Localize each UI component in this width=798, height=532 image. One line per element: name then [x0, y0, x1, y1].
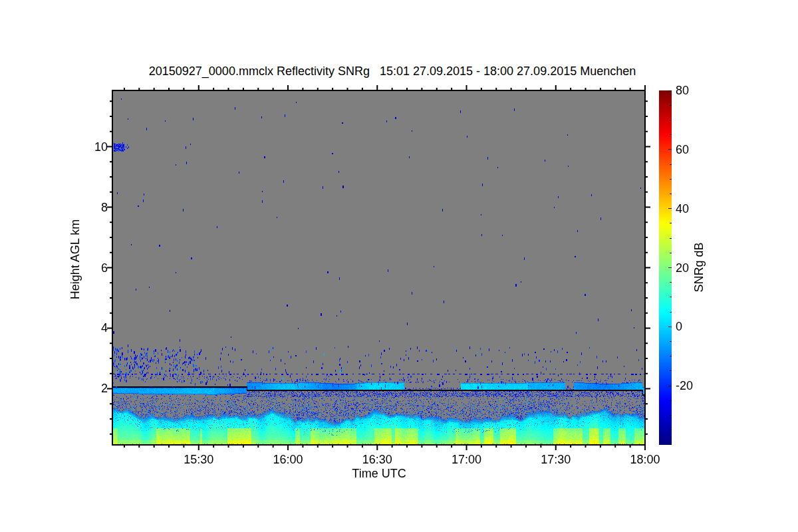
colorbar-tick-label: 20: [676, 262, 689, 274]
y-axis-label: Height AGL km: [69, 219, 81, 299]
y-tick-label: 2: [78, 382, 108, 394]
colorbar-tick-label: 0: [676, 321, 682, 332]
y-tick-label: 8: [78, 201, 108, 213]
colorbar-tick-label: -20: [676, 380, 693, 392]
colorbar-tick-label: 60: [676, 144, 689, 156]
y-tick-label: 4: [78, 322, 108, 334]
colorbar-tick-label: 80: [676, 84, 689, 96]
x-tick-label: 18:00: [630, 454, 660, 466]
x-tick-label: 17:00: [452, 454, 481, 466]
x-tick-label: 16:30: [362, 454, 392, 466]
radar-quicklook-figure: 20150927_0000.mmclx Reflectivity SNRg 15…: [0, 0, 798, 532]
x-tick-label: 17:30: [541, 454, 571, 466]
y-tick-label: 6: [78, 262, 108, 274]
x-axis-label: Time UTC: [352, 467, 406, 479]
colorbar-tick-label: 40: [676, 203, 689, 215]
x-tick-label: 15:30: [184, 454, 213, 466]
colorbar-axis-label: SNRg dB: [693, 242, 705, 292]
y-tick-label: 10: [78, 141, 108, 153]
x-tick-label: 16:00: [273, 454, 303, 466]
